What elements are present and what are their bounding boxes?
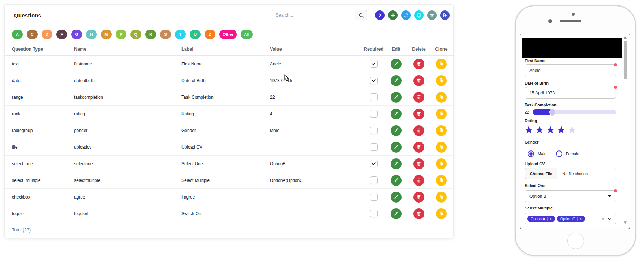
delete-button[interactable] [413,208,424,219]
choose-file-button[interactable]: Choose File [525,168,557,179]
delete-button[interactable] [413,158,424,169]
chip-remove-icon[interactable]: × [550,217,552,221]
delete-button[interactable] [413,175,424,186]
clone-button[interactable] [436,192,447,203]
clone-button[interactable] [436,158,447,169]
filter-badge-d[interactable]: D [42,30,52,39]
chevron-down-icon[interactable] [606,216,612,222]
filter-badge-c[interactable]: C [27,30,38,39]
clone-button[interactable] [436,59,447,69]
filter-badge-m[interactable]: M [101,30,112,39]
file-status: No file chosen [557,171,588,176]
delete-button[interactable] [413,142,424,153]
delete-button[interactable] [413,192,424,203]
clone-button[interactable] [436,208,447,219]
edit-button[interactable] [391,175,402,186]
required-checkbox[interactable] [370,110,378,118]
edit-button[interactable] [391,75,402,86]
rating-stars[interactable]: ★★★★★ [524,124,578,136]
clone-button[interactable] [436,175,447,186]
star-icon[interactable]: ★ [557,124,567,136]
filter-badge-p[interactable]: P [116,30,126,39]
filter-badge-q[interactable]: Q [130,30,141,39]
scroll-up-icon[interactable] [624,36,627,39]
dob-label: Date of Birth [525,81,549,85]
required-checkbox[interactable] [370,160,378,167]
filter-badge-z[interactable]: Z [205,30,215,39]
delete-button[interactable] [413,125,424,136]
search-button[interactable] [355,10,367,20]
required-checkbox[interactable] [370,77,378,84]
star-icon[interactable]: ★ [567,124,578,136]
copy-icon [439,61,444,67]
filter-badge-f[interactable]: F [56,30,67,39]
filter-badge-all[interactable]: All [241,30,253,39]
trash-icon [416,195,421,200]
plus-icon [390,13,396,18]
refresh-button[interactable] [401,10,411,20]
delete-button[interactable] [413,59,424,69]
col-label: Label [181,47,270,52]
slider-track[interactable] [533,110,616,114]
edit-button[interactable] [391,192,402,203]
table-row: toggle toggleit Switch On [5,205,453,222]
add-button[interactable] [388,10,398,20]
clone-button[interactable] [436,142,447,153]
exit-button[interactable] [440,10,450,20]
scroll-down-icon[interactable] [624,221,627,224]
required-checkbox[interactable] [370,143,378,151]
star-icon[interactable]: ★ [546,124,557,136]
clear-all-icon[interactable]: × [601,216,605,222]
delete-button[interactable] [413,109,424,119]
select-one-dropdown[interactable]: Option B [525,190,616,202]
required-checkbox[interactable] [370,127,378,134]
first-name-label: First Name [525,59,545,63]
edit-button[interactable] [391,158,402,169]
device-button[interactable] [414,10,424,20]
go-next-button[interactable] [375,10,385,20]
chip-remove-icon[interactable]: × [580,217,582,221]
star-icon[interactable]: ★ [524,124,535,136]
required-checkbox[interactable] [370,60,378,68]
edit-button[interactable] [391,142,402,153]
pencil-icon [394,144,399,150]
scrollbar-thumb[interactable] [624,41,627,79]
select-multiple-input[interactable]: Option A | × Option C | × × [525,213,616,224]
edit-button[interactable] [391,125,402,136]
first-name-input[interactable] [525,64,616,76]
clone-button[interactable] [436,75,447,86]
edit-button[interactable] [391,208,402,219]
filter-badge-s[interactable]: S [160,30,171,39]
edit-button[interactable] [391,92,402,103]
cell-name: toggleit [74,211,181,216]
clone-button[interactable] [436,109,447,119]
filter-badge-r[interactable]: R [145,30,156,39]
filter-badge-u[interactable]: U [190,30,201,39]
filter-badge-g[interactable]: G [71,30,82,39]
slider-thumb[interactable] [549,109,556,115]
cell-value: Male [270,128,363,133]
edit-button[interactable] [391,59,402,69]
required-checkbox[interactable] [370,193,378,201]
delete-button[interactable] [413,75,424,86]
female-radio[interactable] [556,150,562,157]
table-row: file uploadcv Upload CV [5,139,453,156]
required-checkbox[interactable] [370,93,378,101]
delete-button[interactable] [413,92,424,103]
filter-badge-other[interactable]: Other [219,30,237,39]
male-radio[interactable] [528,150,534,157]
dob-input[interactable] [525,87,616,99]
edit-button[interactable] [391,109,402,119]
cell-name: taskcompletion [74,95,181,100]
filter-badge-a[interactable]: A [12,30,23,39]
filter-badge-t[interactable]: T [175,30,186,39]
bluesky-button[interactable] [427,10,437,20]
clone-button[interactable] [436,125,447,136]
search-input[interactable] [272,10,355,20]
required-checkbox[interactable] [370,210,378,217]
clone-button[interactable] [436,92,447,103]
star-icon[interactable]: ★ [535,124,546,136]
filter-badge-h[interactable]: H [86,30,97,39]
chip-label: Option A [531,217,545,221]
required-checkbox[interactable] [370,176,378,184]
